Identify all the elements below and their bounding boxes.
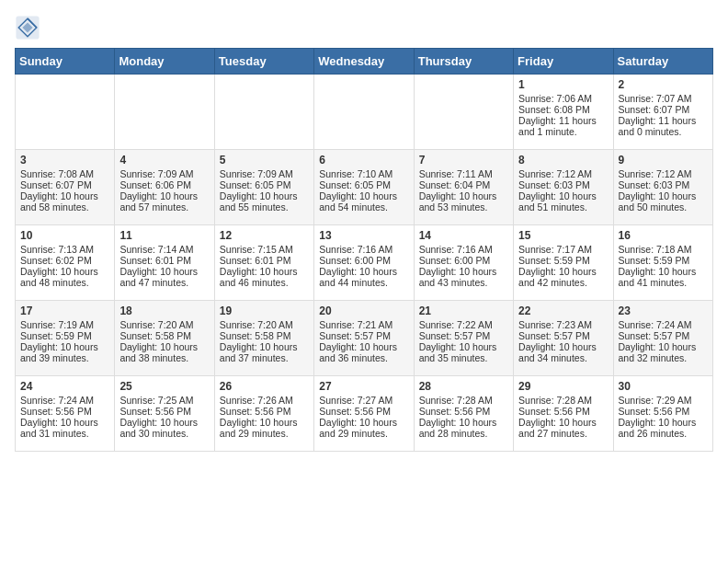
day-info: Sunset: 6:01 PM (119, 255, 209, 266)
day-info: Daylight: 10 hours and 44 minutes. (319, 266, 408, 288)
calendar-week-row: 1Sunrise: 7:06 AMSunset: 6:08 PMDaylight… (16, 75, 713, 150)
calendar-week-row: 10Sunrise: 7:13 AMSunset: 6:02 PMDayligh… (16, 225, 713, 301)
day-of-week-header: Wednesday (314, 49, 414, 75)
day-number: 14 (419, 229, 508, 242)
day-number: 10 (20, 229, 109, 242)
page-header (15, 15, 713, 40)
day-info: Sunrise: 7:14 AM (119, 244, 209, 255)
day-number: 24 (20, 380, 109, 393)
calendar-cell: 1Sunrise: 7:06 AMSunset: 6:08 PMDaylight… (514, 75, 613, 150)
calendar-cell: 29Sunrise: 7:28 AMSunset: 5:56 PMDayligh… (514, 376, 613, 452)
day-info: Sunrise: 7:07 AM (619, 93, 708, 104)
day-info: Sunrise: 7:22 AM (419, 319, 508, 330)
day-info: Daylight: 10 hours and 39 minutes. (20, 341, 109, 363)
day-info: Daylight: 11 hours and 0 minutes. (619, 115, 708, 137)
calendar-cell: 11Sunrise: 7:14 AMSunset: 6:01 PMDayligh… (115, 225, 214, 301)
calendar-table: SundayMondayTuesdayWednesdayThursdayFrid… (15, 48, 713, 452)
day-number: 29 (518, 380, 608, 393)
day-of-week-header: Friday (514, 49, 613, 75)
day-info: Sunset: 5:56 PM (20, 406, 109, 417)
day-info: Sunset: 6:07 PM (20, 179, 109, 190)
calendar-header: SundayMondayTuesdayWednesdayThursdayFrid… (16, 49, 713, 75)
day-number: 1 (518, 78, 608, 91)
day-info: Daylight: 10 hours and 41 minutes. (619, 266, 708, 288)
calendar-cell: 23Sunrise: 7:24 AMSunset: 5:57 PMDayligh… (613, 301, 712, 376)
day-info: Sunrise: 7:24 AM (20, 395, 109, 406)
calendar-cell: 28Sunrise: 7:28 AMSunset: 5:56 PMDayligh… (414, 376, 513, 452)
day-info: Sunrise: 7:28 AM (419, 395, 508, 406)
day-info: Sunrise: 7:25 AM (119, 395, 209, 406)
calendar-cell: 21Sunrise: 7:22 AMSunset: 5:57 PMDayligh… (414, 301, 513, 376)
calendar-cell: 8Sunrise: 7:12 AMSunset: 6:03 PMDaylight… (514, 150, 613, 225)
day-info: Sunset: 6:03 PM (518, 179, 608, 190)
day-number: 12 (220, 229, 309, 242)
day-info: Sunrise: 7:12 AM (518, 168, 608, 179)
calendar-cell: 15Sunrise: 7:17 AMSunset: 5:59 PMDayligh… (514, 225, 613, 301)
day-info: Sunrise: 7:06 AM (518, 93, 608, 104)
calendar-cell: 2Sunrise: 7:07 AMSunset: 6:07 PMDaylight… (613, 75, 712, 150)
day-info: Sunrise: 7:13 AM (20, 244, 109, 255)
calendar-cell: 14Sunrise: 7:16 AMSunset: 6:00 PMDayligh… (414, 225, 513, 301)
day-number: 18 (119, 304, 209, 317)
day-info: Daylight: 10 hours and 35 minutes. (419, 341, 508, 363)
calendar-cell: 4Sunrise: 7:09 AMSunset: 6:06 PMDaylight… (115, 150, 214, 225)
calendar-cell: 26Sunrise: 7:26 AMSunset: 5:56 PMDayligh… (214, 376, 313, 452)
day-of-week-header: Thursday (414, 49, 513, 75)
calendar-cell: 25Sunrise: 7:25 AMSunset: 5:56 PMDayligh… (115, 376, 214, 452)
day-number: 25 (119, 380, 209, 393)
day-number: 13 (319, 229, 408, 242)
day-info: Sunset: 6:08 PM (518, 104, 608, 115)
day-info: Daylight: 10 hours and 36 minutes. (319, 341, 408, 363)
day-info: Sunset: 5:56 PM (619, 406, 708, 417)
day-info: Daylight: 10 hours and 47 minutes. (119, 266, 209, 288)
day-info: Daylight: 10 hours and 46 minutes. (220, 266, 309, 288)
calendar-week-row: 3Sunrise: 7:08 AMSunset: 6:07 PMDaylight… (16, 150, 713, 225)
day-info: Sunrise: 7:20 AM (119, 319, 209, 330)
day-number: 9 (619, 154, 708, 167)
day-info: Sunrise: 7:11 AM (419, 168, 508, 179)
day-info: Sunset: 5:59 PM (518, 255, 608, 266)
calendar-cell: 9Sunrise: 7:12 AMSunset: 6:03 PMDaylight… (613, 150, 712, 225)
day-info: Daylight: 10 hours and 29 minutes. (220, 417, 309, 439)
day-info: Sunset: 5:59 PM (20, 330, 109, 341)
day-info: Sunset: 6:03 PM (619, 179, 708, 190)
calendar-week-row: 17Sunrise: 7:19 AMSunset: 5:59 PMDayligh… (16, 301, 713, 376)
day-info: Sunset: 6:05 PM (220, 179, 309, 190)
calendar-cell: 5Sunrise: 7:09 AMSunset: 6:05 PMDaylight… (214, 150, 313, 225)
day-info: Sunset: 6:04 PM (419, 179, 508, 190)
day-of-week-header: Tuesday (214, 49, 313, 75)
calendar-cell: 16Sunrise: 7:18 AMSunset: 5:59 PMDayligh… (613, 225, 712, 301)
day-info: Daylight: 10 hours and 32 minutes. (619, 341, 708, 363)
day-of-week-header: Monday (115, 49, 214, 75)
day-info: Sunrise: 7:09 AM (119, 168, 209, 179)
day-number: 20 (319, 304, 408, 317)
day-number: 15 (518, 229, 608, 242)
day-info: Daylight: 10 hours and 34 minutes. (518, 341, 608, 363)
day-info: Sunrise: 7:08 AM (20, 168, 109, 179)
day-info: Sunset: 5:56 PM (518, 406, 608, 417)
day-info: Sunset: 6:00 PM (419, 255, 508, 266)
day-number: 11 (119, 229, 209, 242)
day-info: Daylight: 10 hours and 55 minutes. (220, 190, 309, 213)
day-number: 19 (220, 304, 309, 317)
day-number: 22 (518, 304, 608, 317)
day-info: Daylight: 10 hours and 51 minutes. (518, 190, 608, 213)
day-number: 5 (220, 154, 309, 167)
day-info: Daylight: 10 hours and 53 minutes. (419, 190, 508, 213)
day-info: Sunrise: 7:16 AM (319, 244, 408, 255)
day-of-week-header: Saturday (613, 49, 712, 75)
day-number: 17 (20, 304, 109, 317)
day-info: Sunset: 5:57 PM (518, 330, 608, 341)
day-info: Sunrise: 7:18 AM (619, 244, 708, 255)
day-info: Sunset: 5:57 PM (419, 330, 508, 341)
day-info: Sunset: 5:58 PM (119, 330, 209, 341)
day-info: Sunset: 5:59 PM (619, 255, 708, 266)
day-header-row: SundayMondayTuesdayWednesdayThursdayFrid… (16, 49, 713, 75)
calendar-week-row: 24Sunrise: 7:24 AMSunset: 5:56 PMDayligh… (16, 376, 713, 452)
day-info: Sunrise: 7:17 AM (518, 244, 608, 255)
day-info: Daylight: 10 hours and 37 minutes. (220, 341, 309, 363)
calendar-cell: 30Sunrise: 7:29 AMSunset: 5:56 PMDayligh… (613, 376, 712, 452)
day-info: Daylight: 10 hours and 54 minutes. (319, 190, 408, 213)
day-info: Daylight: 10 hours and 28 minutes. (419, 417, 508, 439)
calendar-cell: 19Sunrise: 7:20 AMSunset: 5:58 PMDayligh… (214, 301, 313, 376)
